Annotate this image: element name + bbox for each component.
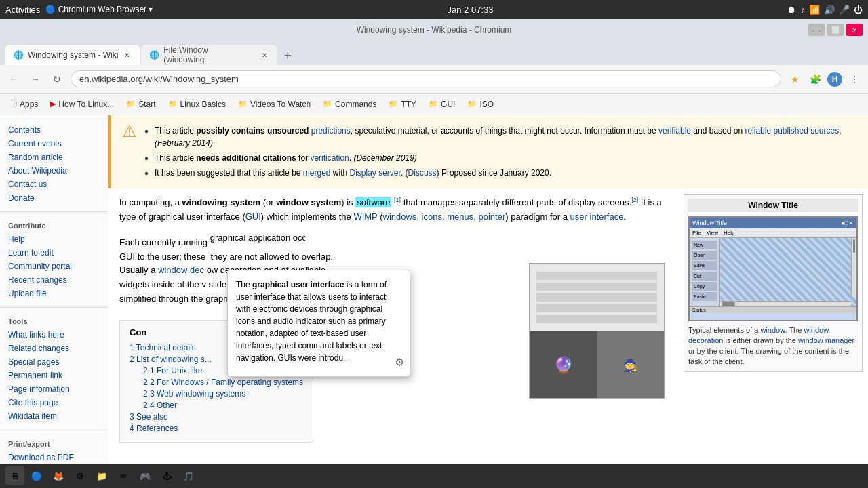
taskbar-terminal-icon[interactable]: ⚙ [71,466,90,485]
toc-link-other[interactable]: 2.4 Other [143,401,177,410]
right-panel: Window Title Window Title ■□✕ File View [678,188,868,456]
os-icon-power[interactable]: ⏻ [854,5,863,15]
bookmark-tty-label: TTY [401,100,416,109]
bookmark-apps[interactable]: ⊞ Apps [5,98,43,111]
sidebar-item-random[interactable]: Random article [0,150,108,164]
sidebar-divider-2 [0,307,108,308]
bookmark-iso[interactable]: 📁 ISO [462,98,499,111]
bookmark-gui[interactable]: 📁 GUI [423,98,460,111]
taskbar-game-icon[interactable]: 🕹 [157,466,176,485]
forward-button[interactable]: → [27,71,43,87]
link-window-manager[interactable]: window manager [798,336,854,344]
sidebar-item-related[interactable]: Related changes [0,342,108,355]
os-icon-volume[interactable]: 🔊 [824,5,835,15]
link-wimp[interactable]: WIMP [353,211,377,222]
sidebar-section-contribute: Contribute Help Learn to edit Community … [0,216,108,303]
bookmark-commands[interactable]: 📁 Commands [317,98,382,111]
sidebar-item-wikidata[interactable]: Wikidata item [0,409,108,423]
bookmark-gui-label: GUI [441,100,455,109]
url-input[interactable]: en.wikipedia.org/wiki/Windowing_system [71,70,781,87]
warning-link-verification[interactable]: verification [310,153,349,163]
window-diagram-box: Window Title Window Title ■□✕ File View [684,194,863,372]
warning-link-merged[interactable]: merged [303,168,331,178]
diagram-left-panel: New Open Save Cut Copy Paste [690,238,720,306]
profile-button[interactable]: H [827,72,842,87]
tab-windowing[interactable]: 🌐 Windowing system - Wiki ✕ [5,45,140,65]
sidebar-item-cite[interactable]: Cite this page [0,396,108,409]
sidebar-item-special[interactable]: Special pages [0,355,108,369]
os-icon-music[interactable]: ♪ [800,5,805,15]
toc-link-seealso[interactable]: 3 See also [130,412,168,422]
bookmark-tty[interactable]: 📁 TTY [383,98,422,111]
window-controls[interactable]: — ⬜ ✕ [808,24,863,36]
bookmark-linux-basics[interactable]: 📁 Linux Basics [163,98,231,111]
sidebar-item-pageinfo[interactable]: Page information [0,382,108,396]
chrome-menu-button[interactable]: ⋮ [846,71,863,87]
toc-item-3: 3 See also [130,412,303,422]
taskbar-firefox-icon[interactable]: 🦊 [49,466,68,485]
link-menus[interactable]: menus [447,211,473,222]
bookmark-star[interactable]: ★ [787,71,803,87]
sidebar-item-current-events[interactable]: Current events [0,137,108,150]
chrome-window-title: Windowing system - Wikipedia - Chromium [357,25,512,35]
warning-item-1: This article possibly contains unsourced… [155,125,857,149]
back-button[interactable]: ← [5,71,22,87]
sidebar-item-learn[interactable]: Learn to edit [0,246,108,260]
taskbar-files2-icon[interactable]: 📁 [92,466,111,485]
os-icon-mic[interactable]: 🎤 [839,5,850,15]
taskbar-chromium-icon[interactable]: 🔵 [27,466,46,485]
close-button[interactable]: ✕ [846,24,863,36]
os-icon-record[interactable]: ⏺ [787,5,796,15]
taskbar-steam-icon[interactable]: 🎮 [136,466,155,485]
minimize-button[interactable]: — [808,24,825,36]
sidebar-item-pdf[interactable]: Download as PDF [0,451,108,464]
link-icons[interactable]: icons [422,211,442,222]
bookmark-howtlinux[interactable]: ▶ How To Linux... [45,98,119,111]
toc-link-web[interactable]: 2.3 Web windowing systems [143,389,245,399]
article-visible-area: In computing, a windowing system (or win… [108,188,868,456]
warning-box: ⚠ This article possibly contains unsourc… [108,115,868,188]
sidebar-item-permanent[interactable]: Permanent link [0,369,108,382]
sidebar-item-community[interactable]: Community portal [0,260,108,273]
sidebar-item-help[interactable]: Help [0,232,108,246]
new-tab-button[interactable]: + [278,46,297,65]
activities-button[interactable]: Activities [5,5,40,15]
bookmark-start[interactable]: 📁 Start [121,98,161,111]
taskbar-edit-icon[interactable]: ✏ [114,466,133,485]
warning-link-discuss[interactable]: Discuss [408,168,437,178]
link-window[interactable]: window [760,326,785,334]
taskbar-files-icon[interactable]: 🖥 [5,466,24,485]
sidebar-item-upload[interactable]: Upload file [0,287,108,300]
link-pointer[interactable]: pointer [478,211,505,222]
window-diagram-visual: Window Title ■□✕ File View Help New [688,216,858,321]
extensions-button[interactable]: 🧩 [807,71,823,87]
os-icon-network[interactable]: 📶 [809,5,820,15]
sidebar-item-recent[interactable]: Recent changes [0,273,108,287]
warning-link-predictions[interactable]: predictions [311,126,351,136]
link-user-interface[interactable]: user interface [570,211,624,222]
warning-link-verifiable[interactable]: verifiable [658,126,691,136]
taskbar-music-icon[interactable]: 🎵 [179,466,198,485]
diagram-menu-file: File [692,230,701,236]
sidebar-item-donate[interactable]: Donate [0,191,108,205]
sidebar-item-about[interactable]: About Wikipedia [0,164,108,178]
sidebar-item-contact[interactable]: Contact us [0,178,108,191]
warning-link-reliable[interactable]: reliable published sources [745,126,839,136]
link-gui[interactable]: GUI [245,211,261,222]
sidebar-item-contents[interactable]: Contents [0,123,108,137]
toc-link-refs[interactable]: 4 References [130,424,178,433]
warning-link-display-server[interactable]: Display server [350,168,401,178]
restore-button[interactable]: ⬜ [827,24,844,36]
tab-close-2[interactable]: ✕ [260,50,269,60]
toc-link-windows[interactable]: 2.2 For Windows / Family operating syste… [143,378,303,387]
sidebar-item-whatlinks[interactable]: What links here [0,328,108,342]
sidebar-divider-1 [0,211,108,212]
link-windowdec[interactable]: window dec [158,265,204,275]
toc-link-unix[interactable]: 2.1 For Unix-like [143,366,202,375]
bookmark-videos[interactable]: 📁 Videos To Watch [233,98,316,111]
tooltip-gear-icon[interactable]: ⚙ [395,354,404,371]
tab-close-1[interactable]: ✕ [122,50,132,60]
tab-file[interactable]: 🌐 File:Window (windowing... ✕ [141,45,277,65]
reload-button[interactable]: ↻ [49,71,65,87]
link-windows[interactable]: windows [383,211,417,222]
